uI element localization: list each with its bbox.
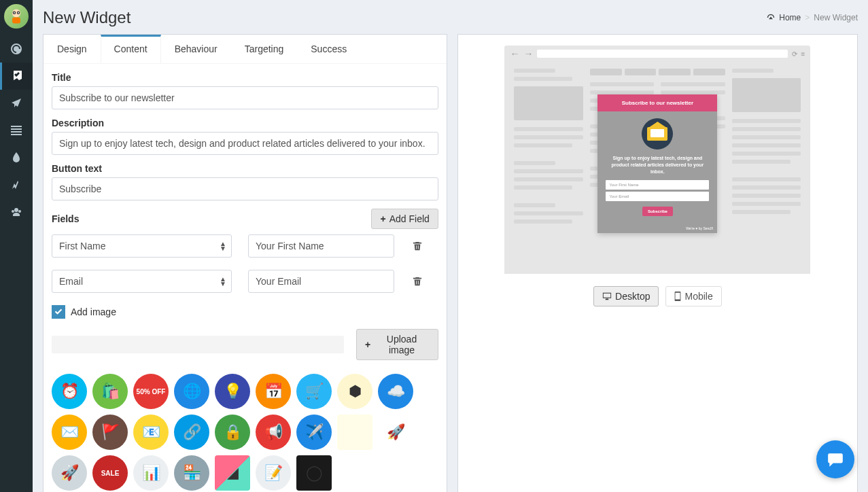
gallery-icon[interactable]: ✈️	[296, 415, 332, 450]
delete-field-button[interactable]	[411, 239, 424, 253]
icon-gallery: ⏰🛍️50% OFF🌐💡📅🛒⬢☁️✉️🚩📧🔗🔒📢✈️🚀🚀SALE📊🏪◢📝◯	[52, 374, 438, 491]
gallery-icon[interactable]: SALE	[92, 455, 128, 491]
tab-behaviour[interactable]: Behaviour	[161, 35, 231, 63]
svg-rect-1	[12, 18, 20, 24]
widget-preview: Subscribe to our newsletter Sign up to e…	[597, 94, 717, 233]
fields-label: Fields	[52, 213, 79, 224]
title-label: Title	[52, 72, 438, 83]
sidebar	[0, 0, 33, 492]
breadcrumb-sep: >	[805, 13, 810, 22]
upload-image-label: Upload image	[374, 334, 430, 355]
gallery-icon[interactable]	[337, 415, 372, 450]
delete-field-button[interactable]	[411, 275, 424, 288]
tab-success[interactable]: Success	[297, 35, 360, 63]
gallery-icon[interactable]: 📊	[133, 455, 169, 491]
upload-image-button[interactable]: + Upload image	[356, 329, 438, 360]
nav-lists[interactable]	[0, 117, 33, 144]
url-bar	[537, 50, 787, 58]
desktop-icon	[602, 292, 612, 301]
chat-icon	[827, 451, 844, 468]
widget-description: Sign up to enjoy latest tech, design and…	[606, 155, 709, 175]
add-field-label: Add Field	[389, 213, 430, 224]
nav-widgets[interactable]	[0, 63, 33, 90]
breadcrumb-current: New Widget	[814, 13, 858, 22]
svg-point-4	[14, 12, 15, 14]
tab-design[interactable]: Design	[44, 35, 101, 63]
gallery-icon[interactable]: 📝	[256, 455, 291, 491]
tab-targeting[interactable]: Targeting	[231, 35, 298, 63]
avatar[interactable]	[4, 4, 29, 29]
preview-window: ← → ⟳ ≡	[504, 46, 810, 274]
upload-filename	[52, 336, 344, 353]
gallery-icon[interactable]: ⬢	[337, 374, 372, 409]
nav-dashboard[interactable]	[0, 35, 33, 63]
chat-launcher[interactable]	[816, 440, 854, 478]
page-title: New Widget	[43, 8, 131, 27]
widget-footer: We're ♥ by SendX	[597, 225, 717, 233]
refresh-icon: ⟳	[792, 50, 797, 58]
mobile-view-button[interactable]: Mobile	[665, 286, 721, 306]
gallery-icon[interactable]: 🔗	[174, 415, 209, 450]
gallery-icon[interactable]: 🔒	[215, 415, 250, 450]
description-label: Description	[52, 118, 438, 128]
breadcrumb-home[interactable]: Home	[779, 13, 801, 22]
title-input[interactable]	[52, 86, 438, 109]
gallery-icon[interactable]: ✉️	[52, 415, 87, 450]
widget-subscribe-button: Subscribe	[642, 207, 673, 216]
field-row: First Name ▲▼	[52, 234, 438, 258]
gallery-icon[interactable]: ☁️	[378, 374, 413, 409]
field-type-select[interactable]: First Name	[52, 234, 232, 258]
gallery-icon[interactable]: ◢	[215, 455, 250, 491]
tabs: Design Content Behaviour Targeting Succe…	[44, 35, 447, 64]
field-type-select[interactable]: Email	[52, 270, 232, 293]
mobile-label: Mobile	[684, 291, 712, 302]
preview-panel: ← → ⟳ ≡	[457, 34, 858, 492]
caret-icon: ▲▼	[220, 277, 226, 286]
gallery-icon[interactable]: 🚀	[52, 455, 87, 491]
field-placeholder-input[interactable]	[248, 234, 394, 258]
gallery-icon[interactable]: 🚀	[378, 415, 413, 450]
tab-content[interactable]: Content	[101, 35, 161, 63]
field-row: Email ▲▼	[52, 270, 438, 293]
nav-audience[interactable]	[0, 198, 33, 226]
add-image-checkbox[interactable]	[52, 305, 65, 319]
add-field-button[interactable]: + Add Field	[371, 209, 438, 229]
widget-input-email: Your Email	[606, 192, 709, 201]
nav-drip[interactable]	[0, 144, 33, 171]
svg-point-5	[18, 12, 19, 14]
gallery-icon[interactable]: ⏰	[52, 374, 87, 409]
plus-icon: +	[380, 213, 385, 224]
button-text-label: Button text	[52, 163, 438, 174]
description-input[interactable]	[52, 132, 438, 155]
content-panel: Design Content Behaviour Targeting Succe…	[43, 34, 447, 492]
gallery-icon[interactable]: 📧	[133, 415, 169, 450]
gallery-icon[interactable]: ◯	[296, 455, 332, 491]
check-icon	[54, 308, 63, 316]
widget-title: Subscribe to our newsletter	[597, 94, 717, 111]
gallery-icon[interactable]: 🛍️	[92, 374, 128, 409]
widget-input-firstname: Your First Name	[606, 180, 709, 190]
nav-campaigns[interactable]	[0, 90, 33, 117]
menu-icon: ≡	[801, 50, 805, 58]
envelope-icon	[642, 118, 673, 150]
button-text-input[interactable]	[52, 177, 438, 200]
field-placeholder-input[interactable]	[248, 270, 394, 293]
gallery-icon[interactable]: 📢	[256, 415, 291, 450]
plus-icon: +	[365, 339, 370, 350]
gallery-icon[interactable]: 📅	[256, 374, 291, 409]
gallery-icon[interactable]: 50% OFF	[133, 374, 169, 409]
gallery-icon[interactable]: 💡	[215, 374, 250, 409]
gallery-icon[interactable]: 🛒	[296, 374, 332, 409]
desktop-label: Desktop	[615, 291, 650, 302]
gallery-icon[interactable]: 🌐	[174, 374, 209, 409]
add-image-label: Add image	[71, 306, 116, 317]
desktop-view-button[interactable]: Desktop	[593, 286, 659, 306]
gallery-icon[interactable]: 🚩	[92, 415, 128, 450]
dashboard-icon	[767, 14, 775, 22]
nav-automation[interactable]	[0, 171, 33, 198]
mobile-icon	[674, 292, 681, 301]
gallery-icon[interactable]: 🏪	[174, 455, 209, 491]
caret-icon: ▲▼	[220, 241, 226, 251]
forward-icon: →	[523, 48, 533, 59]
breadcrumb: Home > New Widget	[767, 13, 858, 22]
